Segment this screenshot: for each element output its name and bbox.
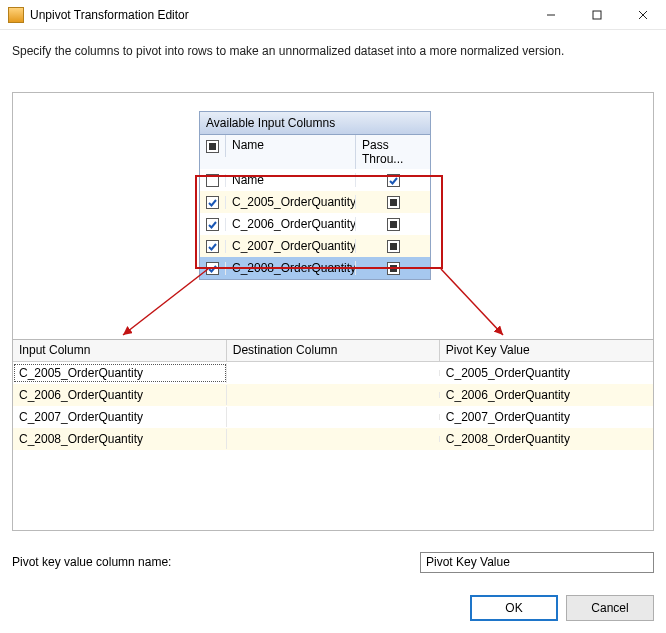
select-all-checkbox[interactable] <box>200 135 226 157</box>
minimize-button[interactable] <box>528 0 574 30</box>
mapping-pivot-cell[interactable]: C_2006_OrderQuantity <box>440 385 653 405</box>
mapping-row[interactable]: C_2007_OrderQuantityC_2007_OrderQuantity <box>13 406 653 428</box>
dialog-buttons: OK Cancel <box>470 595 654 621</box>
mapping-row[interactable]: C_2008_OrderQuantityC_2008_OrderQuantity <box>13 428 653 450</box>
arrow-left <box>113 263 213 343</box>
mapping-pivot-cell[interactable]: C_2005_OrderQuantity <box>440 363 653 383</box>
mapping-input-cell[interactable]: C_2008_OrderQuantity <box>13 429 227 449</box>
column-name-cell: Name <box>226 173 356 187</box>
row-select-checkbox[interactable] <box>200 240 226 253</box>
svg-line-4 <box>123 269 208 335</box>
ok-button[interactable]: OK <box>470 595 558 621</box>
mapping-destination-cell[interactable] <box>227 436 440 442</box>
instruction-text: Specify the columns to pivot into rows t… <box>0 30 666 64</box>
mapping-row[interactable]: C_2005_OrderQuantityC_2005_OrderQuantity <box>13 362 653 384</box>
checkbox-tri-icon <box>387 240 400 253</box>
available-column-row[interactable]: C_2006_OrderQuantity <box>200 213 430 235</box>
mapping-pivot-cell[interactable]: C_2007_OrderQuantity <box>440 407 653 427</box>
mapping-row[interactable]: C_2006_OrderQuantityC_2006_OrderQuantity <box>13 384 653 406</box>
mapping-input-cell[interactable]: C_2005_OrderQuantity <box>13 363 227 383</box>
row-select-checkbox[interactable] <box>200 196 226 209</box>
row-select-checkbox[interactable] <box>200 218 226 231</box>
svg-line-5 <box>441 269 503 335</box>
pass-through-checkbox[interactable] <box>356 240 430 253</box>
available-columns-title: Available Input Columns <box>199 111 431 135</box>
pass-through-checkbox[interactable] <box>356 218 430 231</box>
checkbox-checked-icon <box>387 174 400 187</box>
checkbox-checked-icon <box>206 218 219 231</box>
arrow-right <box>433 263 533 343</box>
mapping-grid: Input Column Destination Column Pivot Ke… <box>13 339 653 530</box>
available-column-row[interactable]: Name <box>200 169 430 191</box>
editor-panel: Available Input Columns Name Pass Throu.… <box>12 92 654 531</box>
pivot-key-row: Pivot key value column name: <box>12 547 654 577</box>
window-title: Unpivot Transformation Editor <box>30 8 189 22</box>
pivot-key-input[interactable] <box>420 552 654 573</box>
cancel-button[interactable]: Cancel <box>566 595 654 621</box>
available-columns-header: Name Pass Throu... <box>199 135 431 169</box>
app-icon <box>8 7 24 23</box>
checkbox-tri-icon <box>387 196 400 209</box>
header-pivot-key-value[interactable]: Pivot Key Value <box>440 340 653 361</box>
checkbox-tri-icon <box>206 140 219 153</box>
row-select-checkbox[interactable] <box>200 262 226 275</box>
pass-through-checkbox[interactable] <box>356 262 430 275</box>
mapping-destination-cell[interactable] <box>227 414 440 420</box>
header-input-column[interactable]: Input Column <box>13 340 227 361</box>
checkbox-checked-icon <box>206 240 219 253</box>
checkbox-checked-icon <box>206 262 219 275</box>
column-name-cell: C_2005_OrderQuantity <box>226 195 356 209</box>
maximize-button[interactable] <box>574 0 620 30</box>
mapping-header: Input Column Destination Column Pivot Ke… <box>13 340 653 362</box>
mapping-input-cell[interactable]: C_2007_OrderQuantity <box>13 407 227 427</box>
header-destination-column[interactable]: Destination Column <box>227 340 440 361</box>
header-pass-through[interactable]: Pass Throu... <box>356 135 430 169</box>
column-name-cell: C_2008_OrderQuantity <box>226 261 356 275</box>
column-name-cell: C_2007_OrderQuantity <box>226 239 356 253</box>
close-button[interactable] <box>620 0 666 30</box>
mapping-destination-cell[interactable] <box>227 392 440 398</box>
row-select-checkbox[interactable] <box>200 174 226 187</box>
available-column-row[interactable]: C_2005_OrderQuantity <box>200 191 430 213</box>
checkbox-tri-icon <box>387 262 400 275</box>
pivot-key-label: Pivot key value column name: <box>12 555 420 569</box>
checkbox-unchecked-icon <box>206 174 219 187</box>
pass-through-checkbox[interactable] <box>356 174 430 187</box>
svg-rect-1 <box>593 11 601 19</box>
available-input-columns: Available Input Columns Name Pass Throu.… <box>199 111 431 280</box>
titlebar: Unpivot Transformation Editor <box>0 0 666 30</box>
mapping-destination-cell[interactable] <box>227 370 440 376</box>
header-name[interactable]: Name <box>226 135 356 169</box>
available-column-row[interactable]: C_2008_OrderQuantity <box>200 257 430 279</box>
checkbox-tri-icon <box>387 218 400 231</box>
checkbox-checked-icon <box>206 196 219 209</box>
column-name-cell: C_2006_OrderQuantity <box>226 217 356 231</box>
mapping-input-cell[interactable]: C_2006_OrderQuantity <box>13 385 227 405</box>
available-column-row[interactable]: C_2007_OrderQuantity <box>200 235 430 257</box>
pass-through-checkbox[interactable] <box>356 196 430 209</box>
mapping-pivot-cell[interactable]: C_2008_OrderQuantity <box>440 429 653 449</box>
